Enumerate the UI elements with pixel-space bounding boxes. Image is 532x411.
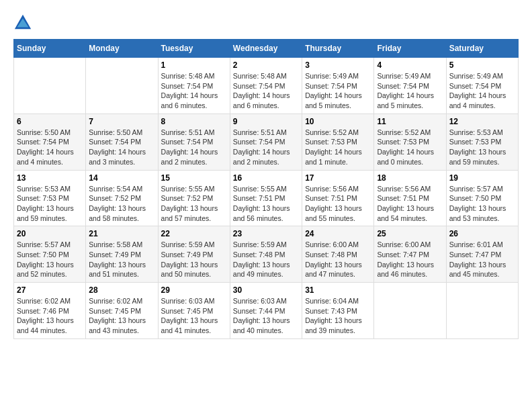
calendar-cell: 16Sunrise: 5:55 AM Sunset: 7:51 PM Dayli… — [230, 170, 302, 226]
calendar-cell: 24Sunrise: 6:00 AM Sunset: 7:48 PM Dayli… — [302, 226, 374, 283]
day-number: 8 — [161, 117, 227, 126]
weekday-header: Monday — [86, 40, 158, 58]
calendar-header-row: SundayMondayTuesdayWednesdayThursdayFrid… — [14, 40, 519, 58]
day-number: 6 — [17, 117, 83, 126]
day-info: Sunrise: 5:57 AM Sunset: 7:50 PM Dayligh… — [17, 240, 83, 279]
calendar-cell: 25Sunrise: 6:00 AM Sunset: 7:47 PM Dayli… — [374, 226, 446, 283]
day-number: 31 — [305, 285, 371, 295]
day-number: 29 — [161, 285, 227, 295]
day-info: Sunrise: 5:58 AM Sunset: 7:49 PM Dayligh… — [89, 240, 154, 279]
day-info: Sunrise: 5:54 AM Sunset: 7:52 PM Dayligh… — [89, 184, 154, 224]
day-info: Sunrise: 5:53 AM Sunset: 7:53 PM Dayligh… — [17, 184, 83, 224]
calendar-cell: 8Sunrise: 5:51 AM Sunset: 7:54 PM Daylig… — [158, 113, 230, 170]
calendar-cell — [446, 283, 518, 339]
day-info: Sunrise: 5:56 AM Sunset: 7:51 PM Dayligh… — [377, 184, 443, 224]
day-number: 21 — [89, 229, 154, 238]
day-info: Sunrise: 5:50 AM Sunset: 7:54 PM Dayligh… — [17, 128, 83, 167]
calendar-cell: 17Sunrise: 5:56 AM Sunset: 7:51 PM Dayli… — [302, 170, 374, 226]
day-info: Sunrise: 6:03 AM Sunset: 7:45 PM Dayligh… — [161, 296, 227, 336]
calendar-cell: 9Sunrise: 5:51 AM Sunset: 7:54 PM Daylig… — [230, 113, 302, 170]
calendar-cell: 30Sunrise: 6:03 AM Sunset: 7:44 PM Dayli… — [230, 283, 302, 339]
day-number: 5 — [449, 60, 515, 70]
day-number: 1 — [161, 60, 227, 70]
day-number: 28 — [89, 285, 154, 295]
day-number: 13 — [17, 173, 83, 183]
day-info: Sunrise: 6:00 AM Sunset: 7:47 PM Dayligh… — [377, 240, 443, 279]
day-number: 18 — [377, 173, 443, 183]
day-info: Sunrise: 5:59 AM Sunset: 7:48 PM Dayligh… — [233, 240, 299, 279]
day-info: Sunrise: 6:03 AM Sunset: 7:44 PM Dayligh… — [233, 296, 299, 336]
calendar-cell: 22Sunrise: 5:59 AM Sunset: 7:49 PM Dayli… — [158, 226, 230, 283]
day-info: Sunrise: 5:53 AM Sunset: 7:53 PM Dayligh… — [449, 128, 515, 167]
calendar-cell: 13Sunrise: 5:53 AM Sunset: 7:53 PM Dayli… — [14, 170, 86, 226]
weekday-header: Sunday — [14, 40, 86, 58]
calendar-week-row: 13Sunrise: 5:53 AM Sunset: 7:53 PM Dayli… — [14, 170, 519, 226]
day-info: Sunrise: 5:50 AM Sunset: 7:54 PM Dayligh… — [89, 128, 154, 167]
calendar-cell: 14Sunrise: 5:54 AM Sunset: 7:52 PM Dayli… — [86, 170, 158, 226]
day-number: 3 — [305, 60, 371, 70]
weekday-header: Saturday — [446, 40, 518, 58]
day-info: Sunrise: 5:57 AM Sunset: 7:50 PM Dayligh… — [449, 184, 515, 224]
weekday-header: Tuesday — [158, 40, 230, 58]
day-number: 9 — [233, 117, 299, 126]
calendar-week-row: 1Sunrise: 5:48 AM Sunset: 7:54 PM Daylig… — [14, 58, 519, 114]
day-number: 7 — [89, 117, 154, 126]
calendar-cell: 10Sunrise: 5:52 AM Sunset: 7:53 PM Dayli… — [302, 113, 374, 170]
day-number: 12 — [449, 117, 515, 126]
logo-icon — [13, 13, 32, 32]
day-number: 22 — [161, 229, 227, 238]
calendar-cell: 27Sunrise: 6:02 AM Sunset: 7:46 PM Dayli… — [14, 283, 86, 339]
day-number: 10 — [305, 117, 371, 126]
calendar-cell — [14, 58, 86, 114]
day-info: Sunrise: 5:49 AM Sunset: 7:54 PM Dayligh… — [377, 71, 443, 111]
calendar-cell: 18Sunrise: 5:56 AM Sunset: 7:51 PM Dayli… — [374, 170, 446, 226]
day-info: Sunrise: 5:48 AM Sunset: 7:54 PM Dayligh… — [161, 71, 227, 111]
weekday-header: Friday — [374, 40, 446, 58]
day-info: Sunrise: 6:00 AM Sunset: 7:48 PM Dayligh… — [305, 240, 371, 279]
day-number: 27 — [17, 285, 83, 295]
calendar-cell: 11Sunrise: 5:52 AM Sunset: 7:53 PM Dayli… — [374, 113, 446, 170]
calendar-table: SundayMondayTuesdayWednesdayThursdayFrid… — [13, 39, 519, 339]
day-number: 17 — [305, 173, 371, 183]
calendar-cell: 15Sunrise: 5:55 AM Sunset: 7:52 PM Dayli… — [158, 170, 230, 226]
day-info: Sunrise: 6:04 AM Sunset: 7:43 PM Dayligh… — [305, 296, 371, 336]
day-info: Sunrise: 5:52 AM Sunset: 7:53 PM Dayligh… — [305, 128, 371, 167]
day-number: 24 — [305, 229, 371, 238]
day-number: 20 — [17, 229, 83, 238]
day-number: 4 — [377, 60, 443, 70]
day-info: Sunrise: 6:02 AM Sunset: 7:45 PM Dayligh… — [89, 296, 154, 336]
day-number: 14 — [89, 173, 154, 183]
calendar-cell: 23Sunrise: 5:59 AM Sunset: 7:48 PM Dayli… — [230, 226, 302, 283]
calendar-cell: 19Sunrise: 5:57 AM Sunset: 7:50 PM Dayli… — [446, 170, 518, 226]
calendar-cell: 21Sunrise: 5:58 AM Sunset: 7:49 PM Dayli… — [86, 226, 158, 283]
calendar-cell: 7Sunrise: 5:50 AM Sunset: 7:54 PM Daylig… — [86, 113, 158, 170]
day-number: 15 — [161, 173, 227, 183]
day-info: Sunrise: 5:52 AM Sunset: 7:53 PM Dayligh… — [377, 128, 443, 167]
day-info: Sunrise: 5:55 AM Sunset: 7:51 PM Dayligh… — [233, 184, 299, 224]
day-number: 26 — [449, 229, 515, 238]
day-number: 2 — [233, 60, 299, 70]
day-info: Sunrise: 5:59 AM Sunset: 7:49 PM Dayligh… — [161, 240, 227, 279]
logo — [13, 13, 35, 32]
day-number: 11 — [377, 117, 443, 126]
calendar-week-row: 6Sunrise: 5:50 AM Sunset: 7:54 PM Daylig… — [14, 113, 519, 170]
day-info: Sunrise: 5:56 AM Sunset: 7:51 PM Dayligh… — [305, 184, 371, 224]
calendar-week-row: 20Sunrise: 5:57 AM Sunset: 7:50 PM Dayli… — [14, 226, 519, 283]
calendar-cell: 3Sunrise: 5:49 AM Sunset: 7:54 PM Daylig… — [302, 58, 374, 114]
calendar-cell: 4Sunrise: 5:49 AM Sunset: 7:54 PM Daylig… — [374, 58, 446, 114]
calendar-cell: 31Sunrise: 6:04 AM Sunset: 7:43 PM Dayli… — [302, 283, 374, 339]
day-info: Sunrise: 6:02 AM Sunset: 7:46 PM Dayligh… — [17, 296, 83, 336]
day-number: 23 — [233, 229, 299, 238]
day-number: 16 — [233, 173, 299, 183]
day-number: 19 — [449, 173, 515, 183]
calendar-cell: 29Sunrise: 6:03 AM Sunset: 7:45 PM Dayli… — [158, 283, 230, 339]
day-info: Sunrise: 6:01 AM Sunset: 7:47 PM Dayligh… — [449, 240, 515, 279]
calendar-cell: 28Sunrise: 6:02 AM Sunset: 7:45 PM Dayli… — [86, 283, 158, 339]
day-info: Sunrise: 5:48 AM Sunset: 7:54 PM Dayligh… — [233, 71, 299, 111]
calendar-cell: 26Sunrise: 6:01 AM Sunset: 7:47 PM Dayli… — [446, 226, 518, 283]
day-info: Sunrise: 5:51 AM Sunset: 7:54 PM Dayligh… — [233, 128, 299, 167]
day-number: 30 — [233, 285, 299, 295]
day-info: Sunrise: 5:55 AM Sunset: 7:52 PM Dayligh… — [161, 184, 227, 224]
day-number: 25 — [377, 229, 443, 238]
calendar-cell: 5Sunrise: 5:49 AM Sunset: 7:54 PM Daylig… — [446, 58, 518, 114]
